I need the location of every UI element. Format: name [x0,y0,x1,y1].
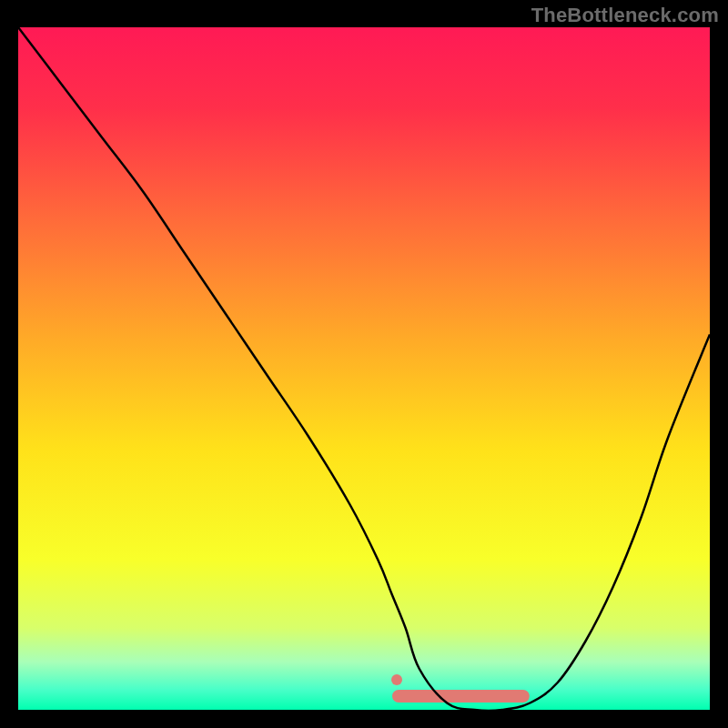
svg-point-1 [391,674,402,685]
chart-container [18,27,710,710]
gradient-background [18,27,710,710]
watermark-text: TheBottleneck.com [531,4,719,27]
bottleneck-chart [18,27,710,710]
